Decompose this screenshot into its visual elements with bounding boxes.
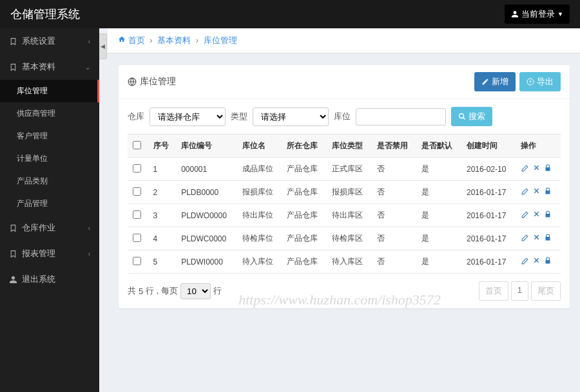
edit-icon[interactable] [521, 257, 529, 267]
lock-icon[interactable] [544, 187, 552, 198]
pager-page-1[interactable]: 1 [511, 281, 528, 301]
cell-name: 成品库位 [237, 158, 282, 181]
delete-icon[interactable] [533, 164, 540, 174]
row-checkbox[interactable] [133, 210, 141, 219]
svg-point-2 [459, 114, 464, 118]
cell-name: 待检库位 [237, 227, 282, 250]
sidebar-item-1-2[interactable]: 客户管理 [0, 125, 99, 147]
lock-icon[interactable] [544, 164, 552, 174]
filter-type-label: 类型 [231, 111, 247, 122]
filter-loc-input[interactable] [356, 108, 446, 126]
sidebar-item-1-3[interactable]: 计量单位 [0, 147, 99, 170]
search-button[interactable]: 搜索 [451, 107, 492, 126]
edit-icon[interactable] [521, 234, 529, 244]
content-area: ◀ 首页 › 基本资料 › 库位管理 库位管理 [99, 28, 580, 392]
sidebar-collapse-handle[interactable]: ◀ [99, 33, 107, 59]
cell-disabled: 否 [372, 204, 417, 227]
edit-icon[interactable] [521, 187, 529, 198]
edit-icon[interactable] [521, 210, 529, 221]
delete-icon[interactable] [533, 210, 540, 221]
table-row: 5PLDWI0000待入库位产品仓库待入库区否是2016-01-17 [128, 250, 561, 274]
sidebar: 系统设置‹基本资料⌄库位管理供应商管理客户管理计量单位产品类别产品管理仓库作业‹… [0, 28, 99, 392]
cell-wh: 产品仓库 [282, 158, 327, 181]
breadcrumb-home[interactable]: 首页 [128, 35, 145, 45]
bookmark-icon [9, 63, 17, 71]
breadcrumb-l2[interactable]: 库位管理 [204, 35, 237, 45]
lock-icon[interactable] [544, 234, 552, 244]
row-checkbox[interactable] [133, 234, 141, 242]
sidebar-item-1-1[interactable]: 供应商管理 [0, 102, 99, 125]
app-brand: 仓储管理系统 [10, 6, 80, 22]
row-checkbox[interactable] [133, 164, 141, 173]
filter-type-select[interactable]: 请选择 [253, 107, 329, 126]
row-checkbox[interactable] [133, 257, 141, 265]
add-button[interactable]: 新增 [474, 72, 516, 91]
home-icon [118, 35, 126, 43]
cell-default: 是 [416, 158, 461, 181]
delete-icon[interactable] [533, 234, 540, 244]
export-button[interactable]: 导出 [519, 72, 561, 91]
delete-icon[interactable] [533, 187, 540, 198]
breadcrumb: 首页 › 基本资料 › 库位管理 [108, 28, 580, 53]
lock-icon[interactable] [544, 257, 552, 267]
cell-created: 2016-01-17 [461, 204, 516, 227]
cell-name: 待出库位 [237, 204, 282, 227]
table-row: 3PLDWO0000待出库位产品仓库待出库区否是2016-01-17 [128, 204, 561, 227]
sidebar-group-3[interactable]: 报表管理‹ [0, 241, 99, 266]
col-header: 库位类型 [327, 135, 372, 158]
sidebar-group-1[interactable]: 基本资料⌄ [0, 54, 99, 80]
bookmark-icon [9, 224, 17, 232]
breadcrumb-l1[interactable]: 基本资料 [157, 35, 191, 45]
col-header: 库位名 [237, 135, 282, 158]
select-all-checkbox[interactable] [133, 141, 141, 149]
cell-wh: 产品仓库 [282, 250, 327, 274]
col-header: 创建时间 [461, 135, 516, 158]
pager-suffix: 行 [213, 285, 222, 297]
cell-created: 2016-02-10 [461, 158, 516, 181]
cell-disabled: 否 [372, 181, 417, 204]
edit-icon[interactable] [521, 164, 529, 174]
cell-code: 000001 [176, 158, 237, 181]
cell-seq: 2 [148, 181, 177, 204]
cell-type: 待入库区 [327, 250, 372, 274]
current-login-button[interactable]: 当前登录 ▼ [505, 5, 570, 24]
cell-name: 待入库位 [237, 250, 282, 274]
pager-last[interactable]: 尾页 [531, 281, 561, 301]
row-checkbox[interactable] [133, 187, 141, 196]
pager-mid: 行 , 每页 [146, 285, 178, 297]
caret-down-icon: ▼ [557, 11, 563, 17]
sidebar-group-2[interactable]: 仓库作业‹ [0, 215, 99, 241]
chevron-left-icon: ‹ [88, 250, 90, 257]
filter-warehouse-select[interactable]: 请选择仓库 [150, 107, 226, 126]
cell-type: 报损库区 [327, 181, 372, 204]
user-icon [9, 275, 17, 284]
cell-created: 2016-01-17 [461, 250, 516, 274]
chevron-left-icon: ‹ [88, 38, 90, 45]
per-page-select[interactable]: 10 [180, 283, 211, 299]
pager-prefix: 共 [128, 285, 136, 297]
sidebar-group-4[interactable]: 退出系统 [0, 266, 99, 292]
cell-wh: 产品仓库 [282, 181, 327, 204]
bookmark-icon [9, 250, 17, 258]
cell-seq: 1 [148, 158, 177, 181]
cell-code: PLDWI0000 [176, 250, 237, 274]
filter-loc-label: 库位 [334, 111, 351, 122]
cell-default: 是 [416, 250, 461, 274]
cell-wh: 产品仓库 [282, 204, 327, 227]
lock-icon[interactable] [544, 210, 552, 221]
col-header: 是否禁用 [372, 135, 417, 158]
pager-first[interactable]: 首页 [479, 281, 508, 301]
filter-bar: 仓库 请选择仓库 类型 请选择 库位 搜索 [119, 99, 570, 134]
pager-count: 5 [139, 286, 143, 296]
sidebar-item-1-4[interactable]: 产品类别 [0, 170, 99, 192]
cell-code: PLDB0000 [176, 181, 237, 204]
sidebar-item-1-0[interactable]: 库位管理 [0, 80, 99, 102]
col-header: 是否默认 [416, 135, 461, 158]
sidebar-item-1-5[interactable]: 产品管理 [0, 192, 99, 215]
cell-code: PLDWC0000 [176, 227, 237, 250]
table-row: 2PLDB0000报损库位产品仓库报损库区否是2016-01-17 [128, 181, 561, 204]
col-header: 操作 [516, 135, 561, 158]
delete-icon[interactable] [533, 257, 540, 267]
sidebar-group-0[interactable]: 系统设置‹ [0, 28, 99, 54]
cell-name: 报损库位 [237, 181, 282, 204]
